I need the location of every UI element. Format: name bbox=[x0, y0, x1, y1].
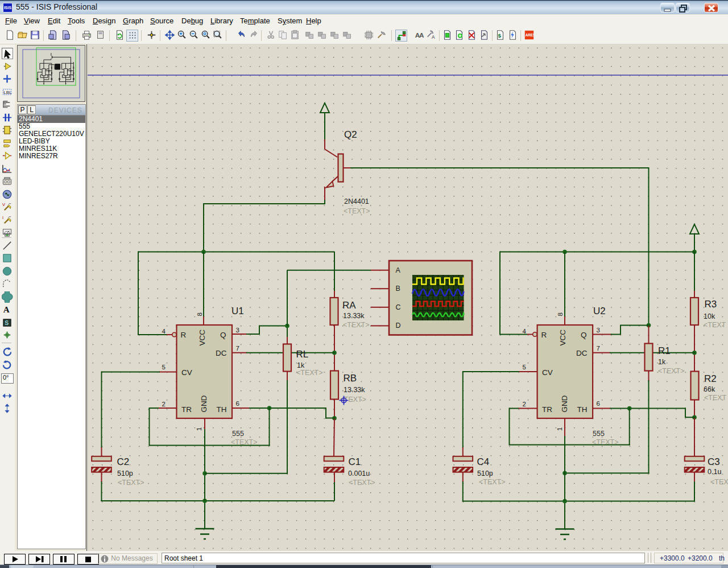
svg-text:555: 555 bbox=[593, 430, 605, 438]
svg-text:510p: 510p bbox=[117, 470, 133, 478]
svg-text:Q: Q bbox=[220, 331, 226, 339]
svg-text:$: $ bbox=[498, 32, 501, 39]
svg-text:0.001u: 0.001u bbox=[348, 470, 370, 478]
svg-text:13.33k: 13.33k bbox=[344, 386, 365, 394]
svg-text:DC: DC bbox=[576, 349, 588, 357]
svg-text:<TEXT: <TEXT bbox=[704, 321, 726, 329]
svg-text:5: 5 bbox=[162, 364, 166, 371]
svg-text:D: D bbox=[396, 322, 401, 330]
svg-text:RB: RB bbox=[344, 373, 357, 384]
svg-text:1: 1 bbox=[556, 427, 563, 431]
svg-text:<TEXT>: <TEXT> bbox=[349, 479, 375, 487]
svg-text:<TEXT>: <TEXT> bbox=[343, 321, 370, 329]
svg-text:3: 3 bbox=[597, 327, 600, 334]
svg-text:VCC: VCC bbox=[559, 330, 567, 346]
svg-text:5: 5 bbox=[523, 364, 526, 371]
svg-text:2: 2 bbox=[523, 401, 526, 408]
svg-text:TR: TR bbox=[181, 405, 192, 414]
svg-text:CV: CV bbox=[542, 368, 553, 377]
svg-text:R: R bbox=[181, 331, 187, 339]
svg-text:8: 8 bbox=[557, 312, 564, 316]
svg-text:0.1u: 0.1u bbox=[708, 468, 721, 476]
svg-text:<TEXT>: <TEXT> bbox=[231, 438, 258, 446]
svg-text:A: A bbox=[396, 266, 401, 274]
svg-text:4: 4 bbox=[523, 328, 527, 335]
svg-text:U2: U2 bbox=[593, 306, 606, 316]
svg-text:S: S bbox=[5, 319, 9, 326]
svg-text:R2: R2 bbox=[704, 373, 717, 384]
svg-text:Q: Q bbox=[581, 331, 587, 339]
svg-text:<TEXT>: <TEXT> bbox=[118, 479, 144, 487]
svg-text:6: 6 bbox=[236, 400, 239, 407]
svg-text:VCC: VCC bbox=[198, 330, 206, 346]
svg-text:1k: 1k bbox=[658, 358, 666, 366]
svg-text:8: 8 bbox=[196, 312, 203, 316]
svg-text:<TEXT>: <TEXT> bbox=[592, 438, 619, 446]
svg-text:DC: DC bbox=[216, 349, 227, 357]
svg-text:C: C bbox=[396, 303, 401, 311]
svg-text:555: 555 bbox=[232, 430, 244, 438]
svg-text:TR: TR bbox=[542, 405, 552, 414]
svg-text:<TEXT>: <TEXT> bbox=[344, 207, 370, 215]
svg-text:LBL: LBL bbox=[3, 89, 12, 94]
svg-text:<TEXT>: <TEXT> bbox=[296, 369, 323, 377]
svg-text:TH: TH bbox=[577, 405, 588, 414]
svg-text:R3: R3 bbox=[705, 299, 717, 310]
svg-text:C2: C2 bbox=[117, 456, 130, 467]
svg-text:RL: RL bbox=[296, 349, 309, 360]
svg-text:2: 2 bbox=[162, 401, 166, 408]
svg-text:TH: TH bbox=[217, 405, 227, 414]
svg-text:1: 1 bbox=[196, 427, 202, 431]
svg-text:A: A bbox=[432, 35, 435, 40]
svg-text:C1: C1 bbox=[349, 456, 361, 467]
svg-text:C4: C4 bbox=[477, 456, 490, 467]
svg-text:<TEXT>: <TEXT> bbox=[479, 478, 506, 486]
svg-text:B: B bbox=[396, 285, 400, 293]
svg-text:I: I bbox=[2, 215, 3, 220]
svg-text:10k: 10k bbox=[704, 312, 715, 320]
svg-text:3: 3 bbox=[236, 327, 239, 334]
svg-text:Q2: Q2 bbox=[344, 129, 357, 140]
svg-text:A: A bbox=[419, 31, 424, 39]
svg-text:U1: U1 bbox=[231, 306, 244, 316]
svg-text:7: 7 bbox=[236, 345, 239, 352]
svg-text:ARES: ARES bbox=[526, 33, 535, 37]
svg-text:C3: C3 bbox=[708, 456, 720, 467]
svg-text:4: 4 bbox=[162, 328, 166, 335]
svg-text:R1: R1 bbox=[658, 345, 671, 356]
svg-text:<TEX: <TEX bbox=[710, 478, 728, 486]
svg-text:6: 6 bbox=[597, 400, 600, 407]
svg-text:<TEXT: <TEXT bbox=[704, 394, 727, 402]
svg-text:A: A bbox=[3, 304, 10, 314]
svg-text:<TEXT>: <TEXT> bbox=[658, 367, 685, 375]
svg-text:GND: GND bbox=[200, 395, 208, 412]
svg-text:RA: RA bbox=[342, 300, 356, 311]
svg-text:R: R bbox=[541, 331, 547, 339]
svg-text:CV: CV bbox=[181, 368, 192, 377]
svg-text:GND: GND bbox=[560, 395, 569, 412]
svg-text:510p: 510p bbox=[477, 470, 493, 478]
svg-text:2N4401: 2N4401 bbox=[344, 197, 369, 205]
svg-text:13.33k: 13.33k bbox=[343, 312, 365, 320]
svg-text:7: 7 bbox=[597, 345, 600, 352]
svg-text:66k: 66k bbox=[704, 385, 715, 393]
svg-text:V: V bbox=[2, 202, 6, 207]
